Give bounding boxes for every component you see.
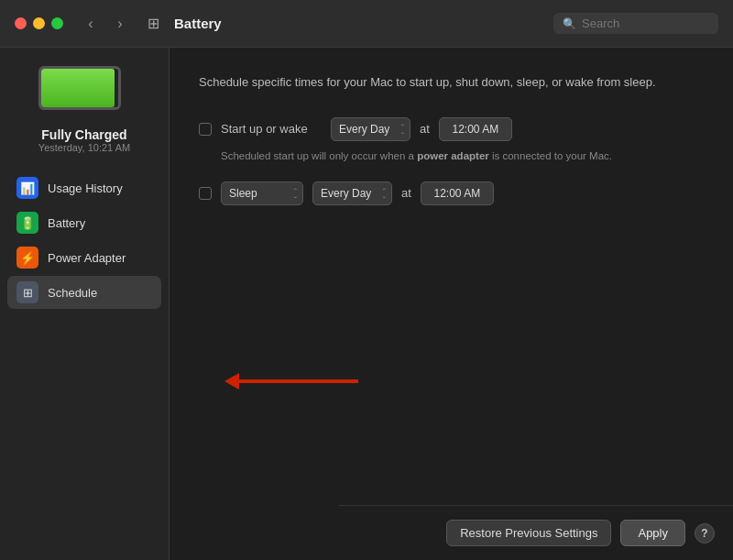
- battery-body: [38, 66, 121, 110]
- sidebar-item-usage-history[interactable]: 📊 Usage History: [7, 171, 161, 204]
- red-arrow-annotation: [224, 373, 358, 390]
- sidebar-item-label: Power Adapter: [48, 251, 126, 265]
- startup-row: Start up or wake Every Day Weekdays Week…: [199, 117, 704, 141]
- sidebar-item-battery[interactable]: 🔋 Battery: [7, 206, 161, 239]
- charge-label: Fully Charged: [41, 127, 126, 142]
- sleep-schedule-select[interactable]: Every Day Weekdays Weekends: [312, 181, 392, 205]
- nav-buttons: ‹ ›: [78, 14, 133, 34]
- startup-label: Start up or wake: [221, 122, 322, 136]
- sidebar-item-label: Battery: [48, 216, 85, 230]
- bottom-bar: Restore Previous Settings Apply ?: [339, 505, 733, 560]
- sleep-checkbox[interactable]: [199, 187, 212, 200]
- description-text: Schedule specific times for your Mac to …: [199, 73, 704, 92]
- charge-date: Yesterday, 10:21 AM: [38, 142, 130, 153]
- arrow-line: [239, 379, 358, 383]
- sidebar-item-label: Usage History: [48, 181, 123, 195]
- sleep-action-select[interactable]: Sleep Shut Down Restart: [221, 181, 303, 205]
- arrow-head: [224, 373, 239, 390]
- startup-schedule-wrapper: Every Day Weekdays Weekends: [331, 117, 410, 141]
- back-button[interactable]: ‹: [78, 14, 104, 34]
- maximize-button[interactable]: [51, 17, 63, 29]
- grid-icon[interactable]: ⊞: [148, 15, 159, 32]
- content-area: Schedule specific times for your Mac to …: [170, 48, 733, 560]
- sleep-row: Sleep Shut Down Restart Every Day Weekda…: [199, 181, 704, 205]
- battery-fill: [41, 69, 115, 107]
- battery-icon-wrapper: [38, 66, 130, 116]
- restore-button[interactable]: Restore Previous Settings: [446, 520, 611, 546]
- sleep-at-label: at: [401, 186, 411, 200]
- search-icon: 🔍: [563, 17, 576, 30]
- sleep-schedule-wrapper: Every Day Weekdays Weekends: [312, 181, 392, 205]
- apply-button[interactable]: Apply: [620, 520, 685, 546]
- traffic-lights: [15, 17, 63, 29]
- minimize-button[interactable]: [33, 17, 45, 29]
- forward-button[interactable]: ›: [107, 14, 133, 34]
- startup-hint: Scheduled start up will only occur when …: [221, 148, 704, 163]
- schedule-icon: ⊞: [16, 281, 38, 303]
- sidebar-item-label: Schedule: [48, 286, 97, 300]
- sidebar-item-power-adapter[interactable]: ⚡ Power Adapter: [7, 241, 161, 274]
- sidebar-nav: 📊 Usage History 🔋 Battery ⚡ Power Adapte…: [0, 171, 169, 311]
- startup-checkbox[interactable]: [199, 123, 212, 136]
- sleep-action-wrapper: Sleep Shut Down Restart: [221, 181, 303, 205]
- window-title: Battery: [174, 16, 542, 31]
- power-adapter-icon: ⚡: [16, 247, 38, 269]
- help-button[interactable]: ?: [695, 523, 715, 544]
- search-input[interactable]: [582, 16, 692, 30]
- usage-history-icon: 📊: [16, 177, 38, 199]
- startup-schedule-select[interactable]: Every Day Weekdays Weekends: [331, 117, 410, 141]
- sleep-time-input[interactable]: [421, 181, 494, 205]
- sidebar-item-schedule[interactable]: ⊞ Schedule: [7, 276, 161, 309]
- titlebar: ‹ › ⊞ Battery 🔍: [0, 0, 733, 48]
- search-bar[interactable]: 🔍: [553, 13, 718, 34]
- startup-at-label: at: [420, 122, 430, 136]
- close-button[interactable]: [15, 17, 27, 29]
- battery-nav-icon: 🔋: [16, 212, 38, 234]
- startup-time-input[interactable]: [439, 117, 512, 141]
- sidebar: Fully Charged Yesterday, 10:21 AM 📊 Usag…: [0, 48, 170, 560]
- main-layout: Fully Charged Yesterday, 10:21 AM 📊 Usag…: [0, 48, 733, 560]
